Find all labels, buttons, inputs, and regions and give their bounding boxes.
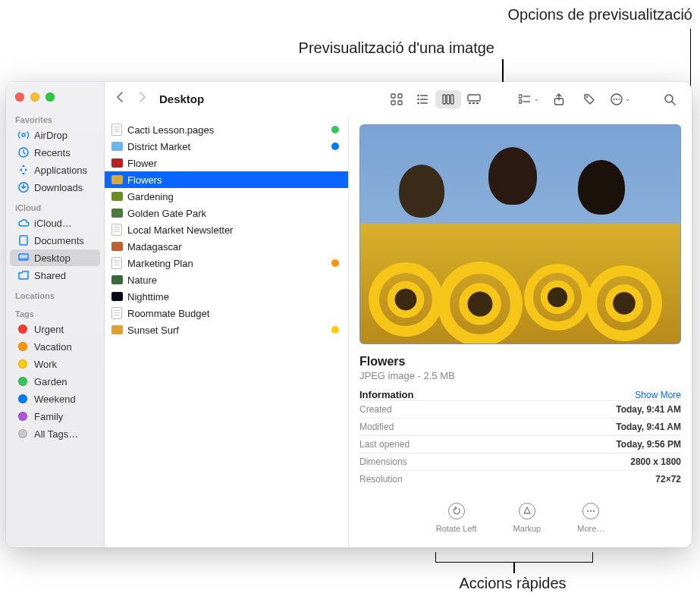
sidebar-tag-weekend[interactable]: Weekend xyxy=(10,390,100,407)
forward-button[interactable] xyxy=(138,91,147,107)
file-row[interactable]: Cacti Lesson.pages xyxy=(105,121,348,138)
file-row[interactable]: Nature xyxy=(105,271,348,288)
info-key: Resolution xyxy=(359,474,403,485)
share-button[interactable] xyxy=(548,90,570,108)
quick-action-rotate-left[interactable]: Rotate Left xyxy=(436,503,477,533)
quick-action-label: Rotate Left xyxy=(436,524,477,533)
sidebar-item-label: Shared xyxy=(34,270,66,281)
file-row[interactable]: Flower xyxy=(105,155,348,171)
group-button[interactable]: ⌄ xyxy=(517,90,540,108)
svg-rect-26 xyxy=(523,101,530,102)
sidebar-tag-vacation[interactable]: Vacation xyxy=(10,338,100,355)
annotation-preview-options: Opcions de previsualització xyxy=(508,6,692,24)
file-row[interactable]: Roommate Budget xyxy=(105,305,348,321)
zoom-window-button[interactable] xyxy=(46,93,55,102)
file-tag-dot xyxy=(331,259,339,267)
sidebar-fav-downloads[interactable]: Downloads xyxy=(10,179,100,196)
minimize-window-button[interactable] xyxy=(30,93,39,102)
download-icon xyxy=(17,181,30,193)
file-name: Local Market Newsletter xyxy=(127,224,339,236)
finder-window: Favorites AirDropRecentsApplicationsDown… xyxy=(6,82,692,547)
file-name: Nighttime xyxy=(127,291,339,303)
tag-icon xyxy=(17,358,30,370)
sidebar-icloud-documents[interactable]: Documents xyxy=(10,232,100,249)
tags-button[interactable] xyxy=(578,90,601,108)
sidebar-icloud-desktop[interactable]: Desktop xyxy=(10,249,100,266)
file-row[interactable]: Flowers xyxy=(105,171,348,188)
info-value: Today, 9:41 AM xyxy=(616,422,681,432)
sidebar-fav-applications[interactable]: Applications xyxy=(10,162,100,178)
view-list-button[interactable] xyxy=(410,90,435,108)
file-thumb-icon xyxy=(111,207,123,219)
svg-rect-18 xyxy=(450,95,454,104)
shared-icon xyxy=(17,269,30,281)
svg-point-31 xyxy=(616,99,617,100)
clock-icon xyxy=(17,146,30,158)
file-tag-dot xyxy=(331,126,339,133)
search-button[interactable] xyxy=(658,90,681,108)
file-row[interactable]: Sunset Surf xyxy=(105,321,348,338)
info-value: Today, 9:56 PM xyxy=(616,439,681,450)
quick-action-markup[interactable]: Markup xyxy=(513,503,541,533)
sidebar-item-label: Desktop xyxy=(34,252,71,264)
sidebar-item-label: Vacation xyxy=(34,341,72,353)
svg-rect-11 xyxy=(420,95,428,96)
sidebar-heading-icloud: iCloud xyxy=(6,200,104,214)
sidebar-tag-urgent[interactable]: Urgent xyxy=(10,321,100,337)
info-value: 2800 x 1800 xyxy=(630,456,681,467)
view-switcher xyxy=(384,90,487,108)
sidebar-icloud-icloud-[interactable]: iCloud… xyxy=(10,215,100,231)
sidebar-fav-airdrop[interactable]: AirDrop xyxy=(10,127,100,143)
svg-rect-23 xyxy=(519,95,522,98)
quick-action-label: More… xyxy=(577,524,604,533)
info-row: Resolution72×72 xyxy=(359,470,681,488)
file-row[interactable]: Nighttime xyxy=(105,288,348,305)
svg-point-0 xyxy=(22,133,25,136)
file-name: Marketing Plan xyxy=(127,258,327,269)
svg-rect-9 xyxy=(398,101,402,105)
svg-rect-19 xyxy=(468,95,480,101)
file-row[interactable]: Gardening xyxy=(105,188,348,205)
file-tag-dot xyxy=(331,326,339,334)
sidebar-item-label: Urgent xyxy=(34,324,64,335)
svg-rect-6 xyxy=(391,94,395,98)
file-name: Gardening xyxy=(127,191,339,202)
show-more-link[interactable]: Show More xyxy=(635,390,681,400)
file-row[interactable]: Golden Gate Park xyxy=(105,205,348,221)
file-name: Madagascar xyxy=(127,241,339,252)
view-icon-button[interactable] xyxy=(384,90,410,108)
sidebar-icloud-shared[interactable]: Shared xyxy=(10,267,100,284)
svg-rect-3 xyxy=(20,236,27,245)
window-controls xyxy=(6,88,104,112)
doc-icon xyxy=(17,234,30,246)
svg-rect-16 xyxy=(443,95,446,104)
file-row[interactable]: Local Market Newsletter xyxy=(105,221,348,238)
sidebar: Favorites AirDropRecentsApplicationsDown… xyxy=(6,82,105,547)
svg-rect-8 xyxy=(391,101,395,105)
back-button[interactable] xyxy=(115,91,124,107)
info-row: CreatedToday, 9:41 AM xyxy=(359,400,681,418)
svg-line-34 xyxy=(672,102,675,105)
sidebar-heading-favorites: Favorites xyxy=(6,112,104,126)
file-row[interactable]: District Market xyxy=(105,138,348,155)
tag-icon xyxy=(17,323,30,335)
file-thumb-icon xyxy=(111,140,123,152)
more-icon xyxy=(582,503,599,519)
file-row[interactable]: Marketing Plan xyxy=(105,255,348,271)
file-name: Roommate Budget xyxy=(127,308,339,319)
sidebar-tag-garden[interactable]: Garden xyxy=(10,373,100,390)
file-row[interactable]: Madagascar xyxy=(105,238,348,255)
svg-point-32 xyxy=(618,99,620,100)
sidebar-tag-all-tags-[interactable]: All Tags… xyxy=(10,425,100,442)
quick-action-more[interactable]: More… xyxy=(577,503,604,533)
view-gallery-button[interactable] xyxy=(461,90,487,108)
action-menu-button[interactable]: ⌄ xyxy=(608,90,631,108)
sidebar-tag-family[interactable]: Family xyxy=(10,408,100,425)
close-window-button[interactable] xyxy=(15,93,24,102)
view-column-button[interactable] xyxy=(435,90,461,108)
sidebar-fav-recents[interactable]: Recents xyxy=(10,144,100,161)
file-name: Flower xyxy=(127,158,339,169)
sidebar-tag-work[interactable]: Work xyxy=(10,356,100,372)
info-row: Last openedToday, 9:56 PM xyxy=(359,435,681,453)
svg-rect-13 xyxy=(420,99,428,100)
